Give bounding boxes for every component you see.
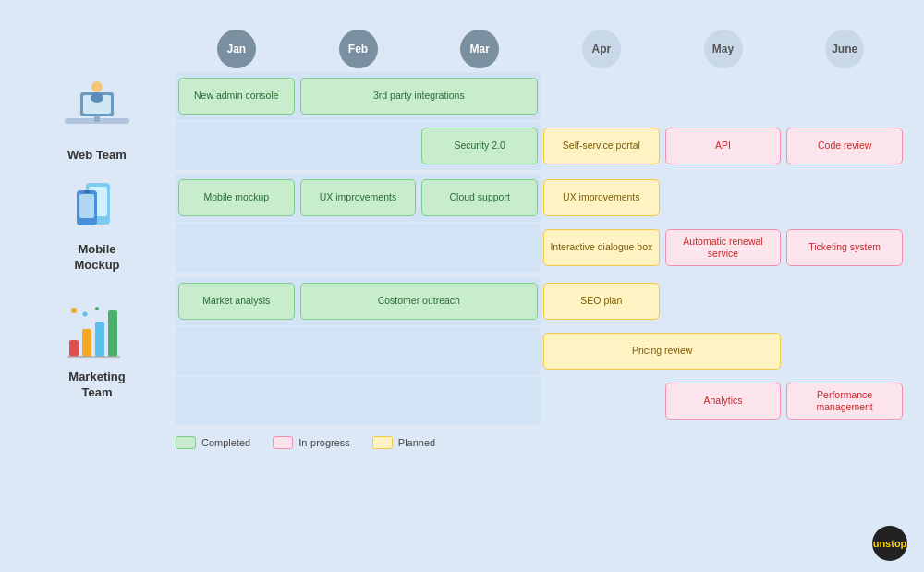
svg-point-5 — [91, 93, 103, 103]
cell-2-1-0 — [176, 327, 298, 375]
cell-0-1-0 — [176, 122, 298, 170]
legend-box-yellow — [372, 436, 393, 449]
month-cell-jan: Jan — [176, 30, 298, 68]
cell-1-0-4 — [663, 174, 784, 222]
bar-1-0-3: UX improvements — [543, 179, 660, 216]
bar-2-2-0: Analytics — [665, 383, 782, 420]
month-cell-mar: Mar — [419, 30, 541, 68]
svg-rect-14 — [108, 310, 117, 357]
team-section-1: MobileMockupMobile mockupUX improvements… — [18, 174, 906, 274]
bar-1-0-0: Mobile mockup — [178, 179, 295, 216]
team-section-2: MarketingTeamMarket analysisCostomer out… — [18, 277, 906, 425]
cell-2-0-5 — [784, 277, 906, 325]
svg-point-4 — [91, 81, 103, 92]
cell-2-1-2 — [419, 327, 541, 375]
legend-label-0: Completed — [201, 437, 250, 448]
bar-0-0-1: 3rd party integrations — [300, 78, 538, 115]
cell-0-0-4 — [663, 72, 784, 120]
svg-rect-9 — [79, 194, 94, 218]
cell-2-1-1 — [298, 327, 419, 375]
svg-rect-13 — [95, 322, 104, 357]
svg-rect-10 — [84, 190, 90, 193]
bar-2-0-1: Costomer outreach — [300, 283, 538, 320]
team-label-2: MarketingTeam — [18, 277, 176, 425]
team-label-0: Web Team — [18, 72, 176, 170]
bar-2-0-2: SEO plan — [543, 283, 660, 320]
bar-2-2-1: Performance management — [786, 383, 903, 420]
bar-0-1-0: Security 2.0 — [421, 128, 538, 164]
header-row: JanFebMarAprMayJune — [18, 30, 906, 68]
legend-item-2: Planned — [372, 436, 435, 449]
month-bubble-may: May — [704, 30, 743, 68]
bar-0-1-1: Self-service portal — [543, 128, 660, 164]
cell-1-1-1 — [298, 224, 419, 272]
legend-item-1: In-progress — [273, 436, 350, 449]
team-avatar-2 — [60, 301, 134, 366]
team-label-1: MobileMockup — [18, 174, 176, 274]
month-bubble-feb: Feb — [339, 30, 378, 68]
cell-1-1-2 — [419, 224, 541, 272]
bar-2-0-0: Market analysis — [178, 283, 295, 320]
bar-0-0-0: New admin console — [178, 78, 295, 115]
cell-2-2-1 — [298, 377, 419, 425]
legend: CompletedIn-progressPlanned — [176, 436, 906, 449]
cell-0-1-1 — [298, 122, 419, 170]
team-name-0: Web Team — [67, 148, 127, 164]
team-rows-2: Market analysisCostomer outreachSEO plan… — [176, 277, 906, 425]
month-bubble-jan: Jan — [217, 30, 256, 68]
months-row: JanFebMarAprMayJune — [176, 30, 906, 68]
svg-point-15 — [71, 308, 77, 313]
legend-box-green — [176, 436, 196, 449]
team-rows-0: New admin console3rd party integrationsS… — [176, 72, 906, 170]
page: JanFebMarAprMayJune Web TeamNew admin co… — [0, 0, 924, 572]
team-name-1: MobileMockup — [74, 242, 119, 274]
month-cell-june: June — [784, 30, 906, 68]
team-rows-1: Mobile mockupUX improvementsCloud suppor… — [176, 174, 906, 274]
cell-2-1-5 — [784, 327, 906, 375]
cell-2-2-3 — [541, 377, 663, 425]
legend-label-2: Planned — [398, 437, 435, 448]
legend-label-1: In-progress — [298, 437, 350, 448]
grid-row-1-1: Interactive dialogue boxAutomatic renewa… — [176, 224, 906, 272]
bar-0-1-3: Code review — [786, 128, 903, 164]
svg-point-16 — [83, 311, 88, 316]
month-cell-apr: Apr — [541, 30, 663, 68]
svg-rect-12 — [82, 329, 91, 357]
svg-rect-11 — [69, 340, 79, 357]
team-name-2: MarketingTeam — [68, 370, 125, 401]
cell-2-2-0 — [176, 377, 298, 425]
team-avatar-0 — [60, 79, 134, 144]
month-bubble-june: June — [825, 30, 864, 68]
cell-1-0-5 — [784, 174, 906, 222]
grid-row-2-1: Pricing review — [176, 327, 906, 375]
cell-0-0-5 — [784, 72, 906, 120]
month-cell-may: May — [663, 30, 784, 68]
cell-1-1-0 — [176, 224, 298, 272]
bar-2-1-0: Pricing review — [543, 333, 781, 370]
grid-row-2-2: AnalyticsPerformance management — [176, 377, 906, 425]
cell-2-2-2 — [419, 377, 541, 425]
bar-1-1-1: Automatic renewal service — [665, 229, 782, 266]
grid-row-2-0: Market analysisCostomer outreachSEO plan — [176, 277, 906, 325]
unstop-logo: unstop — [872, 526, 907, 561]
logo-text: unstop — [873, 538, 907, 549]
month-bubble-apr: Apr — [582, 30, 621, 68]
cell-0-0-3 — [541, 72, 663, 120]
grid-row-0-0: New admin console3rd party integrations — [176, 72, 906, 120]
month-cell-feb: Feb — [298, 30, 419, 68]
svg-point-17 — [95, 307, 99, 310]
roadmap: JanFebMarAprMayJune Web TeamNew admin co… — [18, 30, 906, 429]
team-avatar-1 — [60, 174, 134, 238]
bar-1-0-1: UX improvements — [300, 179, 417, 216]
teams-container: Web TeamNew admin console3rd party integ… — [18, 72, 906, 429]
legend-item-0: Completed — [176, 436, 250, 449]
bar-0-1-2: API — [665, 128, 782, 164]
bar-1-0-2: Cloud support — [421, 179, 538, 216]
teams-header-spacer — [18, 30, 176, 68]
svg-rect-3 — [94, 116, 100, 122]
grid-row-1-0: Mobile mockupUX improvementsCloud suppor… — [176, 174, 906, 222]
bar-1-1-0: Interactive dialogue box — [543, 229, 660, 266]
legend-box-pink — [273, 436, 293, 449]
cell-2-0-4 — [663, 277, 784, 325]
grid-row-0-1: Security 2.0Self-service portalAPICode r… — [176, 122, 906, 170]
